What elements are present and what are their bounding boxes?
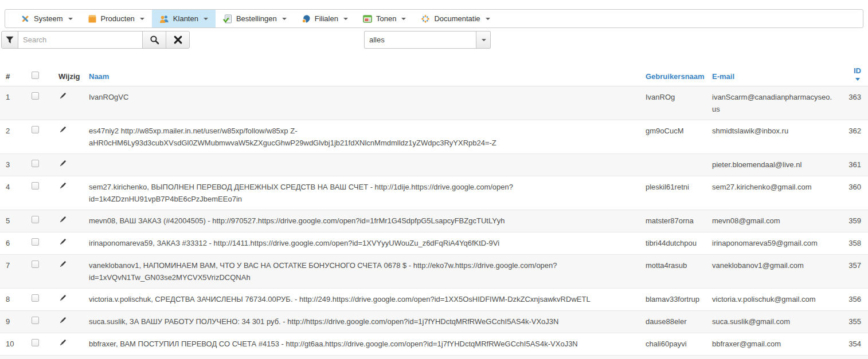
customer-username: dause88eler bbox=[636, 310, 703, 333]
chevron-down-icon bbox=[343, 18, 348, 20]
row-checkbox[interactable] bbox=[32, 317, 39, 324]
menu-item-systeem[interactable]: Systeem bbox=[13, 10, 80, 27]
row-number: 4 bbox=[0, 176, 26, 210]
filter-button[interactable] bbox=[1, 31, 18, 49]
chevron-down-icon bbox=[482, 39, 486, 41]
row-checkbox[interactable] bbox=[32, 238, 39, 246]
edit-button[interactable] bbox=[58, 159, 67, 169]
customer-username: pleskil61retni bbox=[636, 176, 703, 210]
column-header-id-label: ID bbox=[854, 66, 861, 75]
customer-name: pelena068, ПЕРЕВОД ДЕНЕЖНЫХ СРЕДСТВ НА С… bbox=[83, 355, 636, 359]
customer-name: IvanROgVC bbox=[83, 86, 636, 120]
menu-item-documentatie[interactable]: Documentatie bbox=[413, 10, 497, 27]
filter-select[interactable]: alles bbox=[364, 31, 476, 49]
search-input[interactable] bbox=[18, 31, 143, 49]
menu-item-bestellingen[interactable]: Bestellingen bbox=[216, 10, 294, 27]
edit-button[interactable] bbox=[58, 259, 67, 270]
edit-button[interactable] bbox=[58, 315, 67, 326]
select-all-checkbox[interactable] bbox=[32, 72, 39, 79]
menu-item-producten[interactable]: Producten bbox=[80, 10, 152, 27]
row-select-cell bbox=[26, 288, 52, 310]
pencil-icon bbox=[58, 159, 67, 168]
customer-email: pieter.bloemendaal@live.nl bbox=[703, 153, 836, 176]
customer-name: es47niy2 http://w85xp.mailer.in.net/user… bbox=[83, 120, 636, 153]
filter-select-arrow-button[interactable] bbox=[476, 31, 491, 49]
table-row: 11 pelena068, ПЕРЕВОД ДЕНЕЖНЫХ СРЕДСТВ Н… bbox=[0, 355, 868, 359]
row-checkbox[interactable] bbox=[32, 216, 39, 223]
row-checkbox[interactable] bbox=[32, 294, 39, 302]
row-edit-cell bbox=[52, 86, 83, 120]
row-checkbox[interactable] bbox=[32, 160, 39, 167]
main-menubar: Systeem Producten Klanten bbox=[5, 9, 863, 28]
chevron-down-icon bbox=[204, 18, 208, 20]
row-number: 6 bbox=[0, 232, 26, 254]
customer-email: ivanScarm@canadianpharmacyseo.us bbox=[703, 86, 836, 120]
chevron-down-icon bbox=[486, 18, 490, 20]
row-checkbox[interactable] bbox=[32, 339, 39, 346]
customer-username: IvanROg bbox=[636, 86, 703, 120]
edit-button[interactable] bbox=[58, 215, 67, 226]
pencil-icon bbox=[58, 215, 67, 224]
row-select-cell bbox=[26, 176, 52, 210]
row-number: 2 bbox=[0, 120, 26, 153]
customer-email: bbfraxer@gmail.com bbox=[703, 333, 836, 355]
edit-button[interactable] bbox=[58, 237, 67, 248]
column-header-index: # bbox=[0, 61, 26, 86]
row-number: 5 bbox=[0, 210, 26, 232]
table-row: 10 bbfraxer, ВАМ ПОСТУПИЛ ПЕРЕВОД СО СЧЕ… bbox=[0, 333, 868, 355]
edit-button[interactable] bbox=[58, 125, 67, 136]
row-checkbox[interactable] bbox=[32, 92, 39, 100]
customer-username: matster87orna bbox=[636, 210, 703, 232]
menu-item-label: Producten bbox=[101, 14, 135, 23]
row-number: 1 bbox=[0, 86, 26, 120]
column-header-naam[interactable]: Naam bbox=[83, 61, 636, 86]
column-header-gebruikersnaam[interactable]: Gebruikersnaam bbox=[636, 61, 703, 86]
customer-id: 353 bbox=[836, 355, 868, 359]
customer-email: irinaponomareva59@gmail.com bbox=[703, 232, 836, 254]
column-header-id[interactable]: ID bbox=[836, 61, 868, 86]
menu-item-filialen[interactable]: Filialen bbox=[294, 10, 355, 27]
row-edit-cell bbox=[52, 355, 83, 359]
edit-button[interactable] bbox=[58, 181, 67, 192]
menu-item-klanten[interactable]: Klanten bbox=[152, 10, 216, 27]
row-edit-cell bbox=[52, 288, 83, 310]
menu-item-tonen[interactable]: Tonen bbox=[355, 10, 413, 27]
edit-button[interactable] bbox=[58, 293, 67, 304]
row-checkbox[interactable] bbox=[32, 126, 39, 133]
table-row: 5 mevn08, ВАШ ЗАКАЗ (#42004505) - http:/… bbox=[0, 210, 868, 232]
customer-email: shmidtslawik@inbox.ru bbox=[703, 120, 836, 153]
row-edit-cell bbox=[52, 232, 83, 254]
customer-id: 362 bbox=[836, 120, 868, 153]
edit-button[interactable] bbox=[58, 338, 67, 349]
row-edit-cell bbox=[52, 176, 83, 210]
pencil-icon bbox=[58, 92, 67, 100]
clear-search-button[interactable] bbox=[166, 31, 190, 49]
customer-name: sem27.kirichenko, ВЫПОЛНЕН ПЕРЕВОД ДЕНЕЖ… bbox=[83, 176, 636, 210]
row-checkbox[interactable] bbox=[32, 182, 39, 190]
row-select-cell bbox=[26, 210, 52, 232]
customer-id: 361 bbox=[836, 153, 868, 176]
row-select-cell bbox=[26, 310, 52, 333]
customer-id: 357 bbox=[836, 254, 868, 288]
row-select-cell bbox=[26, 355, 52, 359]
table-row: 6 irinaponomareva59, ЗАКАЗ #33312 - http… bbox=[0, 232, 868, 254]
customer-id: 356 bbox=[836, 288, 868, 310]
pencil-icon bbox=[58, 316, 67, 325]
column-header-wijzig: Wijzig bbox=[52, 61, 83, 86]
table-row: 2 es47niy2 http://w85xp.mailer.in.net/us… bbox=[0, 120, 868, 153]
menu-item-label: Systeem bbox=[34, 14, 63, 23]
edit-button[interactable] bbox=[58, 91, 67, 102]
row-edit-cell bbox=[52, 254, 83, 288]
customer-email: pelena068@gmail.com bbox=[703, 355, 836, 359]
display-icon bbox=[363, 14, 372, 23]
search-button[interactable] bbox=[142, 31, 166, 49]
column-header-email[interactable]: E-mail bbox=[703, 61, 836, 86]
menu-item-label: Tonen bbox=[376, 14, 396, 23]
pencil-icon bbox=[58, 125, 67, 134]
table-row: 7 vaneklobanov1, НАПОМИНАЕМ ВАМ, ЧТО У В… bbox=[0, 254, 868, 288]
row-number: 10 bbox=[0, 333, 26, 355]
row-checkbox[interactable] bbox=[32, 261, 39, 268]
row-number: 8 bbox=[0, 288, 26, 310]
row-select-cell bbox=[26, 86, 52, 120]
sort-desc-icon[interactable] bbox=[855, 78, 860, 81]
